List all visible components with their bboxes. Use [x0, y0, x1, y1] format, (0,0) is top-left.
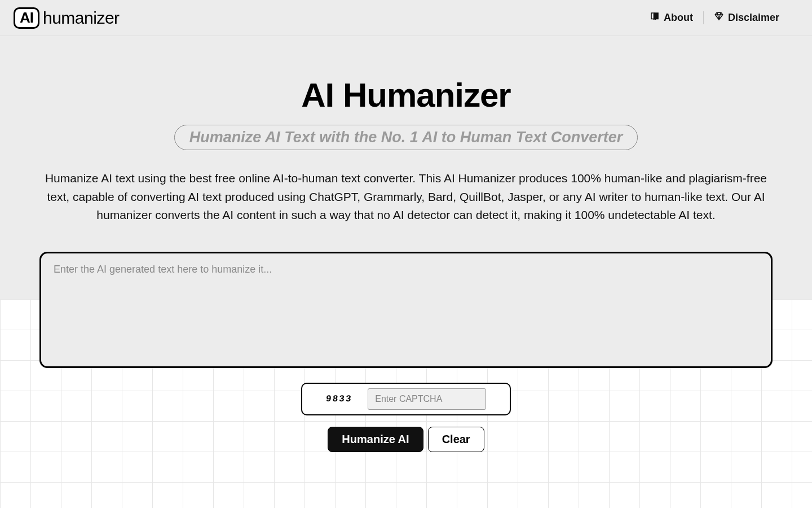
nav-about-label: About [664, 12, 693, 24]
diamond-icon [714, 11, 724, 24]
page-title: AI Humanizer [23, 76, 789, 115]
action-buttons: Humanize AI Clear [23, 427, 789, 452]
ai-text-input[interactable] [41, 253, 771, 364]
captcha-code: 9833 [325, 394, 352, 404]
book-icon [650, 11, 660, 24]
input-card [39, 252, 773, 368]
nav-about[interactable]: About [639, 11, 703, 24]
main-content: AI Humanizer Humanize AI Text with the N… [0, 36, 812, 452]
humanize-button[interactable]: Humanize AI [328, 427, 423, 452]
nav-disclaimer[interactable]: Disclaimer [703, 11, 789, 24]
site-header: AI humanizer About Disclaimer [0, 0, 812, 36]
logo-mark: AI [14, 7, 39, 29]
tagline-pill: Humanize AI Text with the No. 1 AI to Hu… [174, 125, 638, 150]
captcha-panel: 9833 [301, 383, 511, 415]
page-description: Humanize AI text using the best free onl… [34, 169, 778, 225]
site-logo[interactable]: AI humanizer [14, 7, 120, 29]
tagline-text: Humanize AI Text with the No. 1 AI to Hu… [189, 129, 623, 146]
nav-disclaimer-label: Disclaimer [728, 12, 779, 24]
primary-nav: About Disclaimer [639, 11, 789, 24]
clear-button[interactable]: Clear [428, 427, 484, 452]
logo-text: humanizer [43, 8, 120, 28]
captcha-input[interactable] [368, 388, 486, 410]
